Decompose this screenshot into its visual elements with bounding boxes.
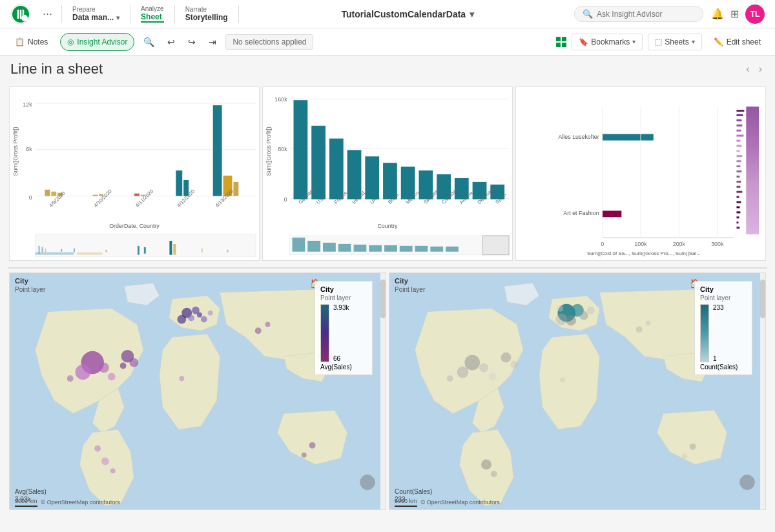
undo-button[interactable]: ↩ (163, 33, 179, 51)
next-sheet-arrow[interactable]: › (756, 62, 765, 76)
search-box[interactable]: 🔍 (574, 6, 703, 22)
map-1-footer-metric: Avg(Sales) (15, 488, 46, 495)
svg-rect-89 (736, 110, 744, 112)
svg-text:80k: 80k (278, 146, 287, 152)
svg-point-148 (179, 376, 184, 381)
svg-rect-42 (77, 252, 103, 255)
svg-text:300k: 300k (711, 241, 724, 247)
smart-search-button[interactable]: 🔍 (140, 33, 158, 51)
svg-rect-85 (430, 247, 443, 252)
nav-divider-1 (61, 5, 62, 23)
smart-search-icon: 🔍 (143, 37, 154, 47)
toolbar: 📋 Notes ◎ Insight Advisor 🔍 ↩ ↪ ⇥ No sel… (0, 28, 775, 56)
map-1-scrollbar[interactable] (380, 273, 386, 509)
svg-text:160k: 160k (274, 96, 287, 103)
svg-rect-52 (329, 139, 344, 200)
svg-point-130 (188, 315, 194, 322)
nav-analyze[interactable]: Analyze Sheet (136, 5, 169, 23)
prepare-sub: Data man... ▾ (72, 13, 119, 22)
svg-rect-92 (736, 125, 742, 127)
svg-rect-102 (736, 176, 739, 178)
edit-sheet-button[interactable]: ✏️ Edit sheet (707, 34, 767, 50)
svg-rect-35 (138, 246, 140, 255)
map-2-size-circle (739, 475, 755, 490)
svg-point-137 (99, 363, 109, 373)
svg-point-170 (560, 377, 565, 382)
nav-prepare[interactable]: Prepare Data man... ▾ (67, 6, 125, 22)
svg-text:Alles Lusekofter: Alles Lusekofter (558, 134, 599, 140)
app-dropdown-arrow[interactable]: ▾ (470, 9, 474, 19)
svg-rect-103 (736, 181, 741, 183)
redo-button[interactable]: ↪ (184, 33, 200, 51)
svg-point-142 (120, 363, 127, 369)
forward-icon: ⇥ (209, 37, 216, 47)
map-1[interactable]: City Point layer 3.93k 66 Avg(Sales) Cit… (9, 272, 386, 510)
qlik-logo[interactable] (5, 4, 36, 25)
toolbar-right: 🔖 Bookmarks ▾ ⬚ Sheets ▾ ✏️ Edit sheet (556, 34, 767, 50)
svg-text:Sum([Gross Profit]): Sum([Gross Profit]) (265, 127, 272, 176)
nav-divider-3 (174, 5, 175, 23)
svg-rect-94 (736, 135, 743, 137)
nav-menu-dots[interactable]: ··· (39, 7, 56, 21)
insight-advisor-button[interactable]: ◎ Insight Advisor (60, 33, 134, 51)
map-2-size-legend (739, 475, 755, 490)
svg-rect-91 (736, 119, 741, 121)
sheets-button[interactable]: ⬚ Sheets ▾ (648, 34, 701, 50)
svg-point-160 (457, 367, 469, 378)
svg-text:Art et Fashion: Art et Fashion (563, 210, 599, 216)
map-1-scrollbar-thumb[interactable] (380, 280, 386, 318)
map-1-layer-label: City (15, 277, 28, 285)
edit-icon: ✏️ (714, 37, 723, 46)
page-title-bar: Line in a sheet ‹ › (0, 56, 775, 80)
map-2-footer: 5000 km © OpenStreetMap contributors (395, 498, 500, 507)
svg-point-154 (566, 316, 576, 326)
chart-3[interactable]: Alles Lusekofter Art et Fashion 0 100k 2… (515, 87, 766, 261)
svg-rect-76 (293, 238, 305, 252)
bookmarks-button[interactable]: 🔖 Bookmarks ▾ (572, 34, 643, 50)
map-2[interactable]: City Point layer 233 1 Count(Sales) City… (389, 272, 766, 510)
bookmark-icon: 🔖 (579, 37, 588, 46)
map-1-legend: City Point layer 3.93k 66 Avg(Sales) (315, 281, 373, 375)
svg-text:4/9/2020: 4/9/2020 (48, 190, 67, 209)
bell-icon[interactable]: 🔔 (711, 8, 724, 20)
map-2-scrollbar[interactable] (760, 273, 765, 509)
svg-point-139 (67, 375, 74, 382)
svg-point-133 (201, 316, 207, 323)
search-input[interactable] (597, 10, 695, 19)
svg-point-162 (489, 373, 497, 380)
svg-point-149 (309, 442, 316, 449)
forward-button[interactable]: ⇥ (205, 33, 220, 51)
svg-rect-40 (227, 250, 229, 252)
chart-2[interactable]: Sum([Gross Profit]) 160k 80k 0 (262, 87, 513, 261)
grid-apps-icon[interactable]: ⊞ (730, 8, 739, 20)
svg-rect-108 (736, 206, 739, 208)
nav-divider-2 (130, 5, 130, 23)
svg-text:6k: 6k (26, 146, 32, 152)
svg-rect-50 (294, 100, 308, 199)
prev-sheet-arrow[interactable]: ‹ (743, 62, 752, 76)
map-1-size-circle-large (360, 475, 375, 490)
notes-button[interactable]: 📋 Notes (8, 33, 55, 51)
svg-rect-95 (736, 140, 740, 142)
user-avatar[interactable]: TL (745, 5, 765, 24)
nav-narrate[interactable]: Narrate Storytelling (180, 6, 233, 22)
svg-rect-99 (736, 160, 741, 162)
map-2-layer-label: City (395, 277, 408, 285)
chart-1[interactable]: 12k 6k 0 Sum([Gross Profit]) (9, 87, 260, 261)
undo-icon: ↩ (167, 37, 175, 47)
grid-view-toggle[interactable] (556, 37, 566, 47)
svg-rect-41 (36, 252, 74, 255)
svg-rect-53 (347, 150, 362, 199)
svg-point-145 (94, 445, 101, 452)
sheets-icon: ⬚ (655, 37, 662, 46)
svg-rect-75 (290, 236, 509, 255)
svg-point-172 (682, 454, 687, 459)
svg-point-146 (255, 327, 262, 334)
map-2-scrollbar-thumb[interactable] (760, 280, 765, 318)
notes-icon: 📋 (15, 37, 25, 46)
grid-cell-1 (556, 37, 561, 41)
map-2-footer-value: 233 (395, 496, 406, 503)
svg-rect-109 (736, 211, 740, 213)
sheet-nav-arrows: ‹ › (743, 62, 765, 76)
svg-rect-116 (603, 210, 622, 217)
